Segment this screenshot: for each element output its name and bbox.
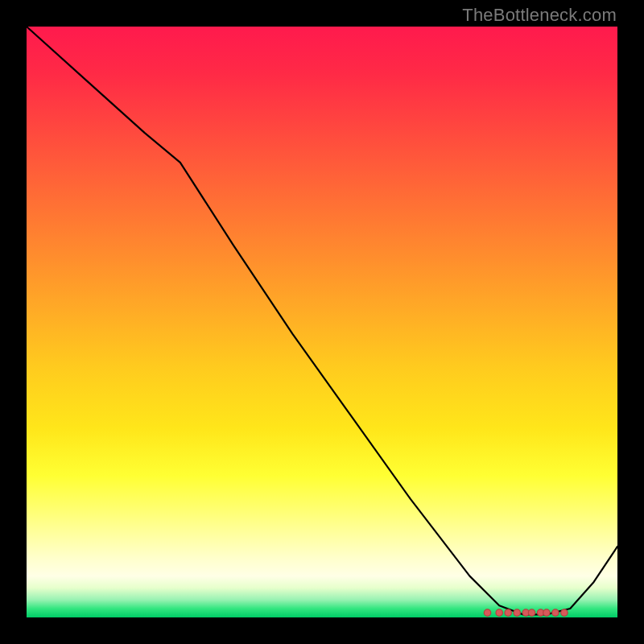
marker-dot: [514, 609, 520, 616]
marker-dot: [552, 609, 559, 616]
bottleneck-curve: [27, 27, 617, 614]
marker-dot: [505, 609, 511, 616]
watermark-text: TheBottleneck.com: [462, 5, 617, 26]
marker-dot: [496, 609, 502, 616]
marker-dot: [528, 609, 535, 616]
marker-dot: [543, 609, 550, 616]
marker-group: [484, 609, 568, 616]
marker-dot: [484, 609, 490, 616]
chart-overlay: [27, 27, 617, 617]
marker-dot: [561, 609, 568, 616]
chart-stage: TheBottleneck.com: [0, 0, 644, 644]
